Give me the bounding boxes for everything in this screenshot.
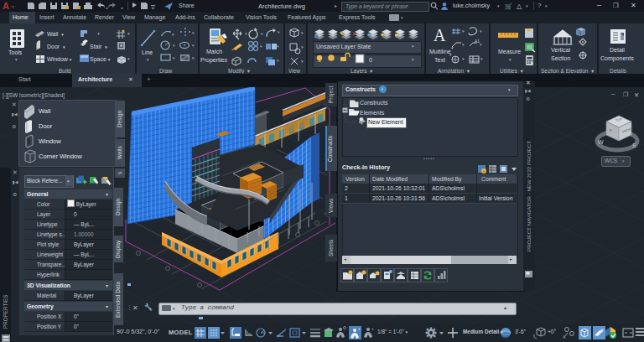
svg-text:A1: A1 [475, 39, 480, 44]
svg-text:+: + [483, 168, 486, 174]
svg-text:W: W [598, 139, 604, 145]
svg-text:S: S [632, 142, 636, 148]
svg-text:+: + [358, 326, 361, 331]
svg-text:+: + [586, 327, 589, 332]
svg-text:+: + [371, 326, 374, 331]
